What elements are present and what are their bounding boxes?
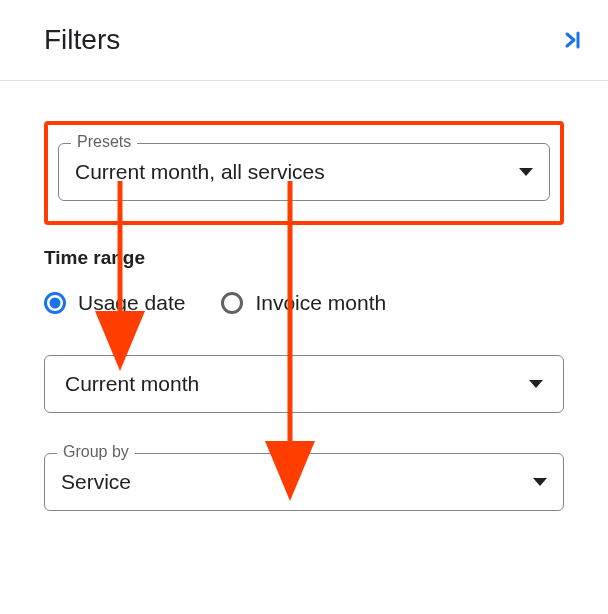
filters-header: Filters <box>0 0 608 80</box>
presets-value: Current month, all services <box>75 160 519 184</box>
presets-dropdown[interactable]: Presets Current month, all services <box>58 143 550 201</box>
group-by-dropdown[interactable]: Group by Service <box>44 453 564 511</box>
time-range-label: Time range <box>44 247 564 269</box>
radio-usage-date-label: Usage date <box>78 291 185 315</box>
collapse-panel-button[interactable] <box>560 28 584 52</box>
time-range-value: Current month <box>65 372 529 396</box>
radio-unselected-icon <box>221 292 243 314</box>
radio-invoice-month-label: Invoice month <box>255 291 386 315</box>
group-by-value: Service <box>61 470 533 494</box>
radio-usage-date[interactable]: Usage date <box>44 291 185 315</box>
group-by-label: Group by <box>57 443 135 461</box>
presets-label: Presets <box>71 133 137 151</box>
radio-selected-icon <box>44 292 66 314</box>
chevron-down-icon <box>519 168 533 176</box>
radio-invoice-month[interactable]: Invoice month <box>221 291 386 315</box>
chevron-down-icon <box>529 380 543 388</box>
time-range-dropdown[interactable]: Current month <box>44 355 564 413</box>
collapse-icon <box>560 28 584 52</box>
time-range-radio-group: Usage date Invoice month <box>44 291 564 315</box>
page-title: Filters <box>44 24 120 56</box>
presets-highlight-annotation: Presets Current month, all services <box>44 121 564 225</box>
chevron-down-icon <box>533 478 547 486</box>
filters-content: Presets Current month, all services Time… <box>0 81 608 511</box>
